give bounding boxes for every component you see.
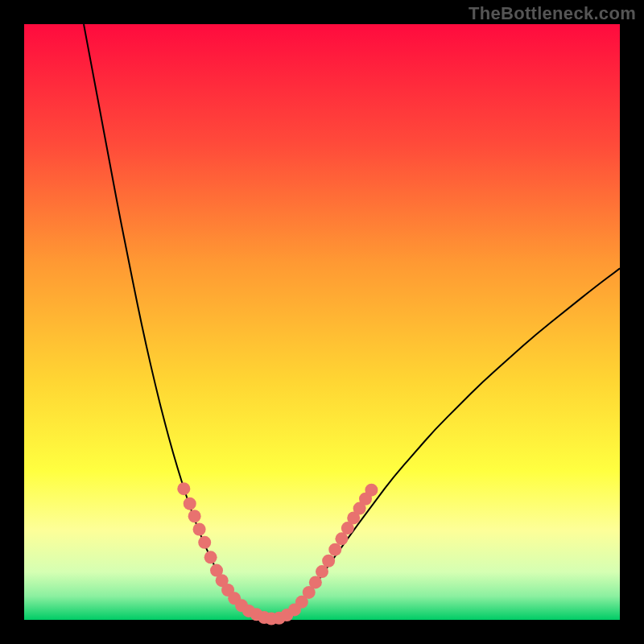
highlight-dot — [184, 497, 196, 510]
gradient-background — [24, 24, 620, 620]
highlight-dot — [309, 576, 322, 588]
highlight-dot — [365, 484, 378, 497]
chart-stage: TheBottleneck.com — [0, 0, 644, 644]
highlight-dot — [328, 543, 341, 556]
watermark-text: TheBottleneck.com — [469, 3, 636, 24]
highlight-dot — [177, 482, 190, 495]
highlight-dot — [198, 536, 211, 549]
highlight-dot — [193, 523, 206, 536]
highlight-dot — [316, 565, 328, 578]
highlight-dot — [188, 510, 201, 522]
highlight-dot — [204, 551, 217, 564]
chart-svg — [0, 0, 644, 644]
highlight-dot — [322, 555, 335, 568]
